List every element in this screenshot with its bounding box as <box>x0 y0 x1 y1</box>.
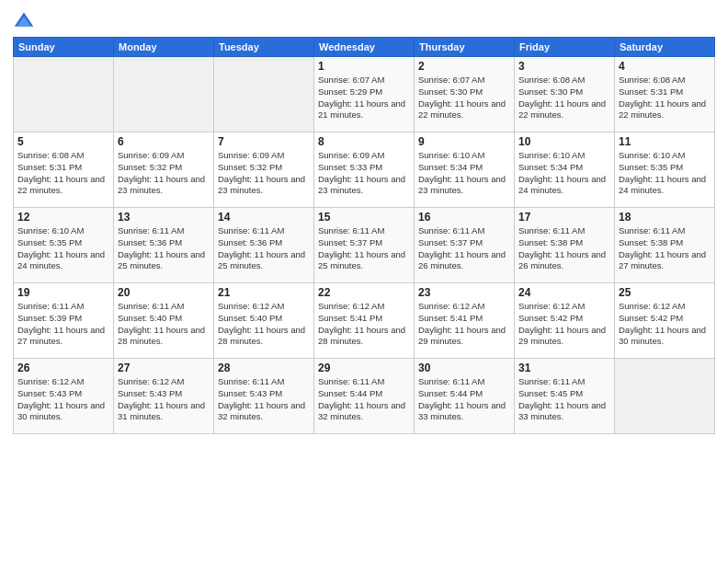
day-info: Sunrise: 6:12 AM Sunset: 5:42 PM Dayligh… <box>619 301 711 348</box>
calendar-cell: 21Sunrise: 6:12 AM Sunset: 5:40 PM Dayli… <box>214 283 314 359</box>
day-info: Sunrise: 6:12 AM Sunset: 5:43 PM Dayligh… <box>118 376 210 423</box>
day-number: 25 <box>619 286 711 299</box>
day-number: 26 <box>17 362 109 374</box>
day-number: 20 <box>118 286 210 299</box>
calendar-cell: 11Sunrise: 6:10 AM Sunset: 5:35 PM Dayli… <box>615 132 715 208</box>
calendar-cell <box>14 57 114 132</box>
day-info: Sunrise: 6:10 AM Sunset: 5:35 PM Dayligh… <box>17 225 109 272</box>
weekday-header-friday: Friday <box>515 38 615 57</box>
logo <box>13 9 39 31</box>
day-number: 2 <box>418 60 510 73</box>
day-number: 18 <box>619 211 711 224</box>
day-number: 19 <box>17 286 109 299</box>
calendar-cell: 18Sunrise: 6:11 AM Sunset: 5:38 PM Dayli… <box>615 208 715 283</box>
day-number: 3 <box>518 60 610 73</box>
calendar-cell: 12Sunrise: 6:10 AM Sunset: 5:35 PM Dayli… <box>14 208 114 283</box>
day-info: Sunrise: 6:11 AM Sunset: 5:45 PM Dayligh… <box>518 376 610 423</box>
calendar-cell: 15Sunrise: 6:11 AM Sunset: 5:37 PM Dayli… <box>314 208 415 283</box>
day-info: Sunrise: 6:11 AM Sunset: 5:37 PM Dayligh… <box>418 225 510 272</box>
day-number: 7 <box>218 135 310 148</box>
day-number: 15 <box>318 211 410 224</box>
calendar-cell: 13Sunrise: 6:11 AM Sunset: 5:36 PM Dayli… <box>114 208 214 283</box>
calendar-week-2: 5Sunrise: 6:08 AM Sunset: 5:31 PM Daylig… <box>14 132 715 208</box>
day-number: 14 <box>218 211 310 224</box>
calendar-cell: 30Sunrise: 6:11 AM Sunset: 5:44 PM Dayli… <box>415 359 515 434</box>
calendar-cell <box>615 359 715 434</box>
day-number: 16 <box>418 211 510 224</box>
day-info: Sunrise: 6:11 AM Sunset: 5:44 PM Dayligh… <box>318 376 410 423</box>
day-number: 10 <box>518 135 610 148</box>
calendar-cell: 4Sunrise: 6:08 AM Sunset: 5:31 PM Daylig… <box>615 57 715 132</box>
day-number: 11 <box>619 135 711 148</box>
weekday-header-sunday: Sunday <box>14 38 114 57</box>
day-info: Sunrise: 6:09 AM Sunset: 5:32 PM Dayligh… <box>218 150 310 197</box>
weekday-header-wednesday: Wednesday <box>314 38 415 57</box>
day-info: Sunrise: 6:11 AM Sunset: 5:44 PM Dayligh… <box>418 376 510 423</box>
day-info: Sunrise: 6:10 AM Sunset: 5:34 PM Dayligh… <box>518 150 610 197</box>
day-info: Sunrise: 6:08 AM Sunset: 5:31 PM Dayligh… <box>619 75 711 121</box>
weekday-header-tuesday: Tuesday <box>214 38 314 57</box>
day-info: Sunrise: 6:11 AM Sunset: 5:39 PM Dayligh… <box>17 301 109 348</box>
day-number: 22 <box>318 286 410 299</box>
calendar-week-4: 19Sunrise: 6:11 AM Sunset: 5:39 PM Dayli… <box>14 283 715 359</box>
day-info: Sunrise: 6:11 AM Sunset: 5:36 PM Dayligh… <box>118 225 210 272</box>
weekday-header-thursday: Thursday <box>415 38 515 57</box>
day-info: Sunrise: 6:09 AM Sunset: 5:33 PM Dayligh… <box>318 150 410 197</box>
day-number: 12 <box>17 211 109 224</box>
calendar-cell: 3Sunrise: 6:08 AM Sunset: 5:30 PM Daylig… <box>515 57 615 132</box>
day-number: 1 <box>318 60 410 73</box>
calendar-header: SundayMondayTuesdayWednesdayThursdayFrid… <box>14 38 715 57</box>
calendar-cell: 31Sunrise: 6:11 AM Sunset: 5:45 PM Dayli… <box>515 359 615 434</box>
day-number: 17 <box>518 211 610 224</box>
day-number: 23 <box>418 286 510 299</box>
calendar-week-1: 1Sunrise: 6:07 AM Sunset: 5:29 PM Daylig… <box>14 57 715 132</box>
day-info: Sunrise: 6:08 AM Sunset: 5:30 PM Dayligh… <box>518 75 610 121</box>
day-info: Sunrise: 6:11 AM Sunset: 5:37 PM Dayligh… <box>318 225 410 272</box>
calendar-cell: 28Sunrise: 6:11 AM Sunset: 5:43 PM Dayli… <box>214 359 314 434</box>
calendar-cell: 20Sunrise: 6:11 AM Sunset: 5:40 PM Dayli… <box>114 283 214 359</box>
calendar-cell: 10Sunrise: 6:10 AM Sunset: 5:34 PM Dayli… <box>515 132 615 208</box>
calendar-cell: 7Sunrise: 6:09 AM Sunset: 5:32 PM Daylig… <box>214 132 314 208</box>
header <box>13 9 715 31</box>
day-info: Sunrise: 6:12 AM Sunset: 5:42 PM Dayligh… <box>518 301 610 348</box>
calendar-week-5: 26Sunrise: 6:12 AM Sunset: 5:43 PM Dayli… <box>14 359 715 434</box>
day-info: Sunrise: 6:09 AM Sunset: 5:32 PM Dayligh… <box>118 150 210 197</box>
calendar-cell: 1Sunrise: 6:07 AM Sunset: 5:29 PM Daylig… <box>314 57 415 132</box>
logo-icon <box>13 9 35 31</box>
calendar-cell: 19Sunrise: 6:11 AM Sunset: 5:39 PM Dayli… <box>14 283 114 359</box>
calendar-cell: 6Sunrise: 6:09 AM Sunset: 5:32 PM Daylig… <box>114 132 214 208</box>
calendar-cell: 26Sunrise: 6:12 AM Sunset: 5:43 PM Dayli… <box>14 359 114 434</box>
day-number: 8 <box>318 135 410 148</box>
calendar-cell: 29Sunrise: 6:11 AM Sunset: 5:44 PM Dayli… <box>314 359 415 434</box>
calendar-cell: 14Sunrise: 6:11 AM Sunset: 5:36 PM Dayli… <box>214 208 314 283</box>
calendar-cell: 23Sunrise: 6:12 AM Sunset: 5:41 PM Dayli… <box>415 283 515 359</box>
day-number: 6 <box>118 135 210 148</box>
day-info: Sunrise: 6:12 AM Sunset: 5:40 PM Dayligh… <box>218 301 310 348</box>
day-number: 28 <box>218 362 310 374</box>
calendar-cell <box>114 57 214 132</box>
day-info: Sunrise: 6:11 AM Sunset: 5:43 PM Dayligh… <box>218 376 310 423</box>
day-info: Sunrise: 6:11 AM Sunset: 5:38 PM Dayligh… <box>619 225 711 272</box>
calendar-cell: 27Sunrise: 6:12 AM Sunset: 5:43 PM Dayli… <box>114 359 214 434</box>
day-info: Sunrise: 6:10 AM Sunset: 5:35 PM Dayligh… <box>619 150 711 197</box>
calendar-cell: 2Sunrise: 6:07 AM Sunset: 5:30 PM Daylig… <box>415 57 515 132</box>
calendar-table: SundayMondayTuesdayWednesdayThursdayFrid… <box>13 37 715 434</box>
day-info: Sunrise: 6:07 AM Sunset: 5:30 PM Dayligh… <box>418 75 510 121</box>
day-number: 4 <box>619 60 711 73</box>
calendar-cell: 24Sunrise: 6:12 AM Sunset: 5:42 PM Dayli… <box>515 283 615 359</box>
day-info: Sunrise: 6:08 AM Sunset: 5:31 PM Dayligh… <box>17 150 109 197</box>
day-number: 27 <box>118 362 210 374</box>
day-number: 21 <box>218 286 310 299</box>
day-info: Sunrise: 6:12 AM Sunset: 5:41 PM Dayligh… <box>318 301 410 348</box>
day-info: Sunrise: 6:11 AM Sunset: 5:36 PM Dayligh… <box>218 225 310 272</box>
day-number: 5 <box>17 135 109 148</box>
weekday-header-saturday: Saturday <box>615 38 715 57</box>
calendar-cell: 17Sunrise: 6:11 AM Sunset: 5:38 PM Dayli… <box>515 208 615 283</box>
day-number: 13 <box>118 211 210 224</box>
calendar-cell: 25Sunrise: 6:12 AM Sunset: 5:42 PM Dayli… <box>615 283 715 359</box>
day-info: Sunrise: 6:07 AM Sunset: 5:29 PM Dayligh… <box>318 75 410 121</box>
day-number: 29 <box>318 362 410 374</box>
day-info: Sunrise: 6:10 AM Sunset: 5:34 PM Dayligh… <box>418 150 510 197</box>
calendar-cell: 5Sunrise: 6:08 AM Sunset: 5:31 PM Daylig… <box>14 132 114 208</box>
day-info: Sunrise: 6:12 AM Sunset: 5:41 PM Dayligh… <box>418 301 510 348</box>
